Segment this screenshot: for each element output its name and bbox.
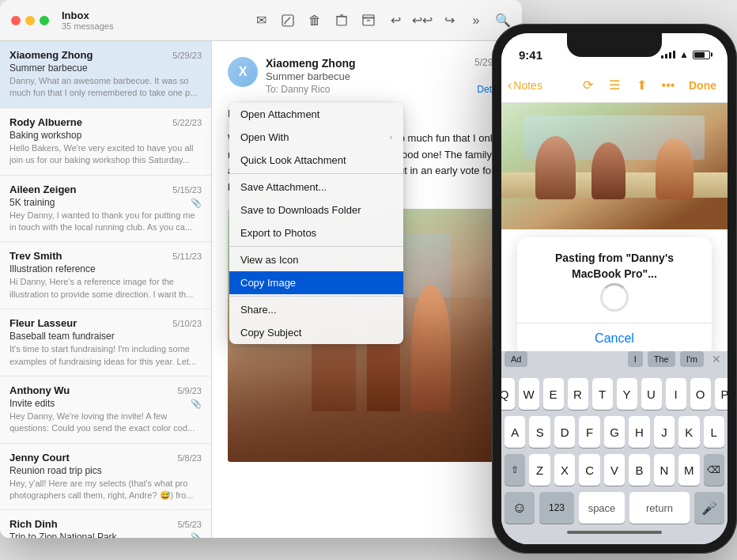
msg-sender-2: Aileen Zeigen	[9, 184, 77, 195]
message-item-0[interactable]: Xiaomeng Zhong 5/29/23 Summer barbecue D…	[0, 41, 211, 108]
keyboard-suggestion-left[interactable]: I	[628, 351, 643, 367]
msg-subject-3: Illustration reference	[9, 263, 202, 274]
key-b[interactable]: B	[629, 454, 649, 486]
key-d[interactable]: D	[554, 416, 575, 448]
notes-create-link-icon[interactable]: ⟳	[576, 74, 599, 96]
key-a[interactable]: A	[505, 416, 525, 448]
key-f[interactable]: F	[579, 416, 599, 448]
key-space[interactable]: space	[579, 492, 625, 524]
msg-subject-7: Trip to Zion National Park	[9, 532, 202, 538]
notes-back-button[interactable]: ‹ Notes	[508, 78, 542, 93]
key-g[interactable]: G	[604, 416, 625, 448]
ctx-save-downloads[interactable]: Save to Downloads Folder	[229, 199, 403, 221]
ctx-copy-subject[interactable]: Copy Subject	[229, 321, 403, 344]
forward-icon[interactable]: ↪	[441, 13, 457, 28]
traffic-lights	[11, 16, 49, 25]
ctx-export-photos[interactable]: Export to Photos	[229, 221, 403, 244]
key-r[interactable]: R	[568, 378, 588, 410]
msg-subject-0: Summer barbecue	[9, 62, 202, 74]
message-item-4[interactable]: Fleur Lasseur 5/10/23 Baseball team fund…	[0, 309, 211, 376]
msg-preview-0: Danny, What an awesome barbecue. It was …	[9, 75, 202, 100]
message-item-3[interactable]: Trev Smith 5/11/23 Illustration referenc…	[0, 242, 211, 309]
trash-icon[interactable]: 🗑	[307, 13, 323, 28]
key-e[interactable]: E	[543, 378, 564, 410]
key-k[interactable]: K	[678, 416, 699, 448]
key-return[interactable]: return	[629, 492, 690, 524]
msg-preview-4: It's time to start fundraising! I'm incl…	[9, 343, 202, 368]
pasting-dialog: Pasting from "Danny's MacBook Pro"... Ca…	[517, 237, 712, 351]
key-w[interactable]: W	[519, 378, 539, 410]
key-p[interactable]: P	[715, 378, 728, 410]
key-l[interactable]: L	[704, 416, 724, 448]
key-o[interactable]: O	[690, 378, 711, 410]
msg-sender-3: Trev Smith	[9, 250, 62, 262]
signal-bar-3	[669, 52, 671, 59]
ctx-quick-look[interactable]: Quick Look Attachment	[229, 149, 403, 172]
keyboard-suggestion-im[interactable]: I'm	[680, 351, 704, 367]
key-x[interactable]: X	[554, 454, 575, 486]
key-u[interactable]: U	[641, 378, 662, 410]
compose-icon[interactable]	[280, 13, 296, 28]
msg-sender-4: Fleur Lasseur	[9, 317, 77, 329]
key-m[interactable]: M	[678, 454, 699, 486]
keyboard-row-4: ☺ 123 space return 🎤	[505, 492, 724, 524]
reply-icon[interactable]: ↩	[387, 13, 403, 28]
msg-subject-5: Invite edits	[9, 398, 202, 409]
msg-date-0: 5/29/23	[172, 51, 202, 60]
notes-more-icon[interactable]: •••	[657, 74, 679, 96]
key-mic[interactable]: 🎤	[694, 492, 724, 524]
message-item-2[interactable]: Aileen Zeigen 5/15/23 5K training Hey Da…	[0, 176, 211, 243]
msg-preview-1: Hello Bakers, We're very excited to have…	[9, 142, 202, 167]
reply-all-icon[interactable]: ↩↩	[414, 13, 430, 28]
notes-format-icon[interactable]: ☰	[603, 74, 626, 96]
key-backspace[interactable]: ⌫	[704, 454, 724, 486]
msg-sender-6: Jenny Court	[9, 452, 70, 464]
ctx-share[interactable]: Share...	[229, 298, 403, 321]
notes-back-label: Notes	[513, 79, 542, 92]
key-q[interactable]: Q	[501, 378, 515, 410]
close-button[interactable]	[11, 16, 21, 25]
message-item-7[interactable]: Rich Dinh 5/5/23 Trip to Zion National P…	[0, 510, 211, 538]
archive-icon[interactable]	[361, 13, 376, 28]
message-item-5[interactable]: Anthony Wu 5/9/23 Invite edits Hey Danny…	[0, 376, 211, 444]
key-y[interactable]: Y	[617, 378, 637, 410]
message-item-1[interactable]: Rody Albuerne 5/22/23 Baking workshop He…	[0, 108, 211, 176]
key-i[interactable]: I	[666, 378, 686, 410]
context-menu: Open Attachment Open With › Quick Look A…	[229, 103, 403, 344]
message-item-6[interactable]: Jenny Court 5/8/23 Reunion road trip pic…	[0, 444, 211, 511]
ctx-save-attachment[interactable]: Save Attachment...	[229, 176, 403, 199]
ctx-open-with[interactable]: Open With ›	[229, 126, 403, 149]
key-emoji[interactable]: ☺	[505, 492, 535, 524]
keyboard-suggestion-the[interactable]: The	[648, 351, 675, 367]
key-z[interactable]: Z	[529, 454, 550, 486]
msg-date-7: 5/5/23	[177, 520, 202, 529]
notes-done-button[interactable]: Done	[684, 76, 721, 95]
notes-image	[501, 103, 728, 229]
keyboard-close-icon[interactable]: ✕	[709, 351, 724, 367]
notes-share-icon[interactable]: ⬆	[630, 74, 652, 96]
key-shift[interactable]: ⇧	[505, 454, 525, 486]
trash-alt-icon[interactable]	[334, 13, 350, 28]
key-n[interactable]: N	[654, 454, 675, 486]
keyboard-row-3: ⇧ Z X C V B N M ⌫	[505, 454, 724, 486]
key-c[interactable]: C	[579, 454, 599, 486]
pasting-cancel-button[interactable]: Cancel	[530, 331, 699, 346]
msg-sender-7: Rich Dinh	[9, 518, 58, 530]
ctx-copy-image[interactable]: Copy Image	[229, 271, 403, 294]
key-v[interactable]: V	[604, 454, 625, 486]
minimize-button[interactable]	[25, 16, 35, 25]
more-icon[interactable]: »	[468, 13, 484, 28]
key-h[interactable]: H	[629, 416, 649, 448]
keyboard-toolbar-ad[interactable]: Ad	[505, 351, 527, 367]
key-s[interactable]: S	[529, 416, 550, 448]
key-t[interactable]: T	[592, 378, 613, 410]
ctx-open-attachment[interactable]: Open Attachment	[229, 103, 403, 126]
status-icons: ▲	[661, 49, 710, 60]
submenu-arrow-icon: ›	[390, 133, 392, 142]
key-123[interactable]: 123	[539, 492, 574, 524]
ctx-view-icon[interactable]: View as Icon	[229, 248, 403, 271]
fullscreen-button[interactable]	[40, 16, 49, 25]
mail-icon[interactable]: ✉	[253, 13, 269, 28]
msg-subject-6: Reunion road trip pics	[9, 465, 202, 476]
key-j[interactable]: J	[654, 416, 675, 448]
